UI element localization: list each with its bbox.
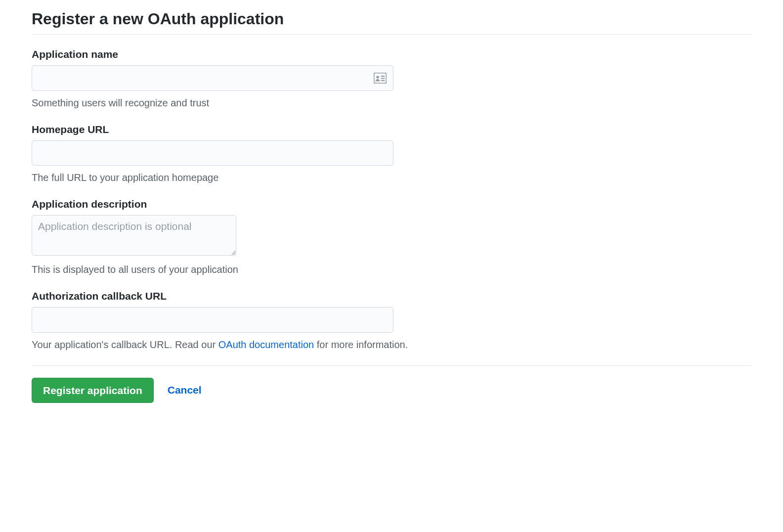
app-description-help: This is displayed to all users of your a…: [32, 263, 751, 276]
form-actions: Register application Cancel: [32, 378, 751, 403]
register-button[interactable]: Register application: [32, 378, 154, 403]
homepage-url-label: Homepage URL: [32, 124, 751, 135]
field-homepage-url: Homepage URL The full URL to your applic…: [32, 124, 751, 185]
oauth-doc-link[interactable]: OAuth documentation: [218, 339, 314, 350]
callback-url-input[interactable]: [32, 307, 393, 333]
callback-url-help: Your application's callback URL. Read ou…: [32, 338, 751, 352]
page-title: Register a new OAuth application: [32, 10, 751, 35]
form-divider: [32, 365, 751, 366]
callback-help-prefix: Your application's callback URL. Read ou…: [32, 339, 218, 350]
cancel-link[interactable]: Cancel: [168, 384, 202, 396]
app-name-input-wrapper: [32, 65, 393, 91]
app-description-textarea[interactable]: [32, 215, 236, 256]
callback-help-suffix: for more information.: [314, 339, 408, 350]
homepage-url-help: The full URL to your application homepag…: [32, 171, 751, 184]
field-callback-url: Authorization callback URL Your applicat…: [32, 290, 751, 352]
callback-url-label: Authorization callback URL: [32, 290, 751, 302]
app-name-help: Something users will recognize and trust: [32, 96, 751, 110]
field-app-name: Application name Something users will re…: [32, 48, 751, 110]
app-name-label: Application name: [32, 48, 751, 60]
app-description-label: Application description: [32, 198, 751, 210]
homepage-url-input[interactable]: [32, 140, 393, 166]
field-app-description: Application description This is displaye…: [32, 198, 751, 276]
app-name-input[interactable]: [32, 65, 393, 91]
oauth-app-form: Application name Something users will re…: [32, 48, 751, 403]
